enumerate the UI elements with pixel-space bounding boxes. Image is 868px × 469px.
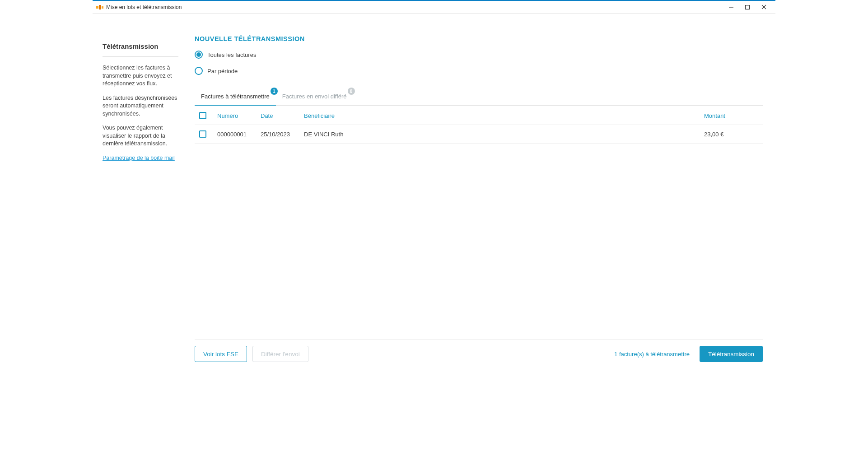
table-header: Numéro Date Bénéficiaire Montant [195, 106, 763, 125]
radio-label: Toutes les factures [207, 51, 256, 58]
footer-status: 1 facture(s) à télétransmettre [614, 351, 690, 358]
table-row[interactable]: 000000001 25/10/2023 DE VINCI Ruth 23,00… [195, 125, 763, 144]
maximize-button[interactable] [739, 1, 756, 14]
cell-beneficiaire: DE VINCI Ruth [304, 131, 704, 138]
column-header-montant[interactable]: Montant [704, 112, 758, 119]
cell-numero: 000000001 [217, 131, 261, 138]
window-title: Mise en lots et télétransmission [106, 4, 182, 10]
column-header-numero[interactable]: Numéro [217, 112, 261, 119]
select-all-checkbox[interactable] [199, 112, 206, 119]
view-lots-button[interactable]: Voir lots FSE [195, 346, 247, 362]
tab-badge: 0 [348, 88, 355, 95]
sidebar-text-select: Sélectionnez les factures à transmettre … [103, 64, 178, 88]
radio-all-invoices[interactable]: Toutes les factures [195, 51, 763, 59]
titlebar: Mise en lots et télétransmission [93, 1, 775, 14]
column-header-date[interactable]: Date [261, 112, 304, 119]
mailbox-settings-link[interactable]: Paramètrage de la boite mail [103, 155, 175, 161]
app-window: Mise en lots et télétransmission Télétra… [93, 0, 775, 370]
tab-deferred[interactable]: Factures en envoi différé 0 [276, 88, 353, 105]
sidebar-text-report: Vous pouvez également visualiser le rapp… [103, 124, 178, 148]
teletransmission-button[interactable]: Télétransmission [700, 346, 763, 362]
radio-by-period[interactable]: Par période [195, 67, 763, 75]
sidebar-text-sync: Les factures désynchronisées seront auto… [103, 94, 178, 118]
section-title: NOUVELLE TÉLÉTRANSMISSION [195, 35, 305, 42]
cell-date: 25/10/2023 [261, 131, 304, 138]
sidebar-title: Télétransmission [103, 42, 178, 57]
tab-label: Factures en envoi différé [282, 93, 347, 100]
close-button[interactable] [756, 1, 772, 14]
row-checkbox[interactable] [199, 130, 206, 138]
svg-rect-0 [96, 6, 98, 9]
tab-label: Factures à télétransmettre [201, 93, 270, 100]
radio-label: Par période [207, 68, 238, 74]
radio-icon [195, 67, 203, 75]
cell-montant: 23,00 € [704, 131, 758, 138]
defer-send-button: Différer l'envoi [252, 346, 308, 362]
main-panel: NOUVELLE TÉLÉTRANSMISSION Toutes les fac… [187, 14, 775, 370]
tabs: Factures à télétransmettre 1 Factures en… [195, 88, 763, 106]
svg-rect-1 [99, 5, 101, 9]
radio-icon [195, 51, 203, 59]
minimize-button[interactable] [723, 1, 739, 14]
footer-bar: Voir lots FSE Différer l'envoi 1 facture… [195, 339, 763, 370]
section-header: NOUVELLE TÉLÉTRANSMISSION [195, 35, 763, 42]
section-divider [312, 39, 763, 39]
tab-to-send[interactable]: Factures à télétransmettre 1 [195, 88, 276, 105]
svg-rect-4 [746, 5, 750, 9]
column-header-beneficiaire[interactable]: Bénéficiaire [304, 112, 704, 119]
sidebar: Télétransmission Sélectionnez les factur… [93, 14, 187, 370]
svg-rect-2 [102, 6, 103, 9]
app-icon [96, 5, 103, 10]
